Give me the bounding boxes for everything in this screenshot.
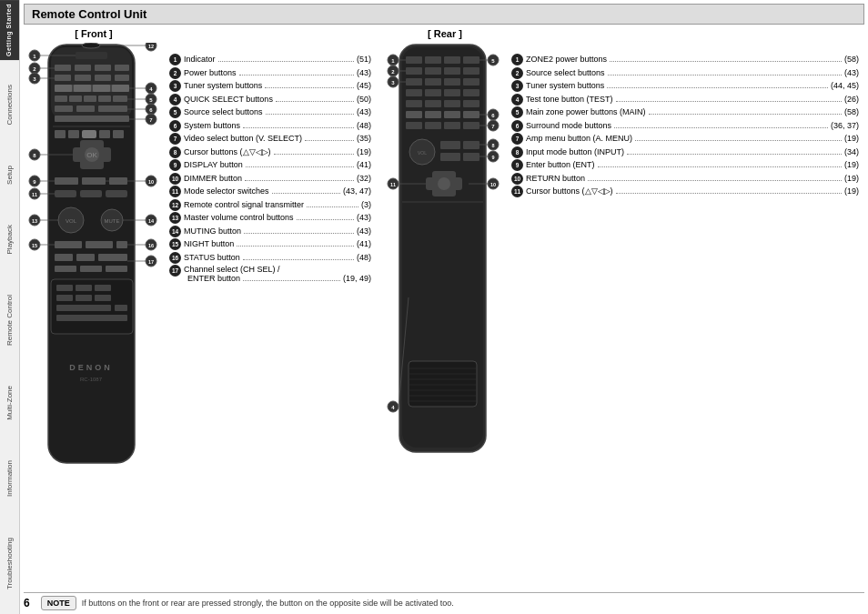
front-item-13: 13 Master volume control buttons (43) <box>169 212 371 225</box>
svg-rect-128 <box>406 78 422 86</box>
svg-rect-132 <box>406 89 422 96</box>
svg-rect-150 <box>440 141 460 149</box>
svg-rect-13 <box>74 85 91 92</box>
svg-rect-40 <box>106 190 127 197</box>
front-section: [ Front ] <box>25 28 162 573</box>
svg-rect-30 <box>113 130 124 138</box>
rear-section-title: [ Rear ] <box>428 28 462 39</box>
rear-item-2: 2 Source select buttons (43) <box>511 67 859 80</box>
front-description-list: 1 Indicator (51) 2 Power buttons (43) 3 … <box>166 28 375 573</box>
svg-text:DENON: DENON <box>69 363 113 372</box>
svg-rect-51 <box>55 266 76 272</box>
svg-rect-134 <box>444 89 460 96</box>
front-section-title: [ Front ] <box>75 28 113 39</box>
sidebar: Getting Started Connections Setup Playba… <box>0 0 20 614</box>
svg-rect-125 <box>425 67 441 75</box>
front-item-3: 3 Tuner system buttons (45) <box>169 80 371 93</box>
front-item-12: 12 Remote control signal transmitter (3) <box>169 199 371 212</box>
svg-rect-143 <box>463 111 479 118</box>
rear-item-1: 1 ZONE2 power buttons (58) <box>511 54 859 66</box>
bottom-area: 6 NOTE If buttons on the front or rear a… <box>24 592 864 610</box>
page-number: 6 <box>24 597 30 609</box>
svg-rect-146 <box>444 122 460 129</box>
sidebar-top-label: Getting Started <box>0 0 19 60</box>
svg-text:8: 8 <box>491 143 494 148</box>
sidebar-item-connections[interactable]: Connections <box>5 85 14 125</box>
svg-rect-59 <box>76 295 92 301</box>
page-title: Remote Control Unit <box>32 7 146 21</box>
svg-text:9: 9 <box>491 155 494 160</box>
svg-rect-140 <box>406 111 422 118</box>
svg-text:13: 13 <box>32 218 37 224</box>
svg-text:16: 16 <box>148 243 154 248</box>
svg-rect-36 <box>82 177 106 185</box>
svg-rect-15 <box>112 85 129 92</box>
sidebar-item-setup[interactable]: Setup <box>5 166 14 185</box>
svg-rect-60 <box>95 295 111 301</box>
svg-rect-57 <box>95 285 111 291</box>
front-item-16: 16 STATUS button (48) <box>169 252 371 265</box>
svg-rect-9 <box>95 75 111 81</box>
svg-rect-124 <box>406 67 422 75</box>
svg-rect-17 <box>69 96 82 102</box>
svg-rect-58 <box>56 295 73 301</box>
svg-rect-121 <box>425 56 441 64</box>
svg-rect-14 <box>93 85 110 92</box>
svg-rect-141 <box>425 111 441 118</box>
svg-rect-127 <box>463 67 479 75</box>
svg-text:12: 12 <box>148 44 154 49</box>
svg-text:11: 11 <box>390 182 396 187</box>
svg-rect-138 <box>444 100 460 107</box>
svg-rect-151 <box>463 141 479 149</box>
svg-rect-152 <box>440 153 460 161</box>
svg-rect-27 <box>68 130 79 138</box>
svg-point-66 <box>82 43 100 48</box>
svg-rect-5 <box>95 65 111 71</box>
svg-rect-142 <box>444 111 460 118</box>
svg-rect-63 <box>56 315 127 321</box>
svg-rect-52 <box>80 266 102 272</box>
svg-rect-53 <box>106 266 127 272</box>
page-header: Remote Control Unit <box>24 4 864 25</box>
front-item-6: 6 System buttons (48) <box>169 120 371 133</box>
note-row: 6 NOTE If buttons on the front or rear a… <box>24 596 864 610</box>
front-item-11: 11 Mode selector switches (43, 47) <box>169 186 371 198</box>
svg-text:RC-1087: RC-1087 <box>80 377 103 382</box>
svg-rect-137 <box>425 100 441 107</box>
svg-text:MUTE: MUTE <box>105 218 120 224</box>
svg-rect-45 <box>55 241 82 248</box>
svg-text:10: 10 <box>148 179 154 185</box>
svg-rect-153 <box>463 153 479 161</box>
front-remote-container: OK VOL MUTE <box>25 43 162 479</box>
svg-rect-12 <box>55 85 72 92</box>
svg-rect-3 <box>55 65 71 71</box>
svg-text:OK: OK <box>86 151 97 159</box>
front-item-1: 1 Indicator (51) <box>169 54 371 66</box>
svg-rect-6 <box>115 65 129 71</box>
sidebar-item-information[interactable]: Information <box>5 460 14 497</box>
svg-rect-26 <box>55 130 66 138</box>
sidebar-item-multizone[interactable]: Multi-Zone <box>5 386 14 420</box>
front-item-9: 9 DISPLAY button (41) <box>169 159 371 172</box>
svg-rect-38 <box>55 190 76 197</box>
sidebar-item-remote[interactable]: Remote Control <box>5 295 14 346</box>
svg-rect-22 <box>76 106 95 112</box>
svg-rect-19 <box>98 96 111 102</box>
rear-item-11: 11 Cursor buttons (△▽◁▷) (19) <box>511 186 859 198</box>
rear-item-8: 8 Input mode button (INPUT) (34) <box>511 146 859 159</box>
svg-rect-46 <box>86 241 113 248</box>
svg-rect-131 <box>463 78 479 86</box>
svg-rect-10 <box>115 75 129 81</box>
sidebar-item-playback[interactable]: Playback <box>5 225 14 254</box>
note-label: NOTE <box>41 596 76 610</box>
rear-section: [ Rear ] <box>386 28 504 573</box>
front-item-15: 15 NIGHT button (41) <box>169 238 371 251</box>
svg-rect-158 <box>409 361 477 407</box>
svg-text:17: 17 <box>148 259 154 265</box>
rear-item-7: 7 Amp menu button (A. MENU) (19) <box>511 133 859 146</box>
rear-item-4: 4 Test tone button (TEST) (26) <box>511 94 859 106</box>
front-item-2: 2 Power buttons (43) <box>169 67 371 80</box>
sidebar-item-troubleshooting[interactable]: Troubleshooting <box>5 538 14 589</box>
svg-point-156 <box>438 177 450 190</box>
svg-rect-147 <box>463 122 479 129</box>
